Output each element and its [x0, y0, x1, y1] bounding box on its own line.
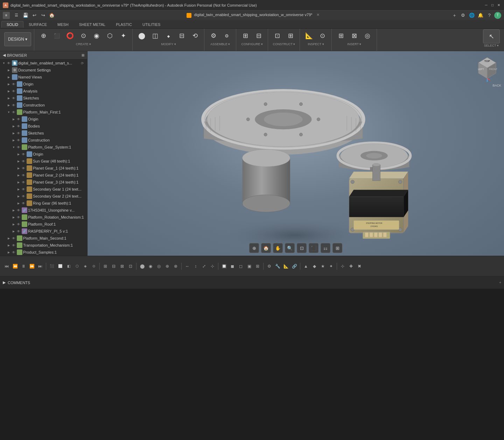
- status-icon-11[interactable]: ⊙: [90, 262, 98, 270]
- arrow-17[interactable]: [16, 186, 21, 193]
- eye-sketches[interactable]: 👁: [11, 96, 16, 101]
- status-icon-20[interactable]: ⊗: [172, 262, 180, 270]
- status-icon-27[interactable]: ◻: [237, 262, 245, 270]
- arrow-26[interactable]: [6, 249, 11, 256]
- tree-item-secondary-gear-2[interactable]: 👁 Secondary Gear 2 (24 teet...: [0, 193, 87, 200]
- browser-content[interactable]: 👁 📄 digital_twin_enabled_smart_s... ⟳ ⚙ …: [0, 60, 87, 256]
- status-icon-39[interactable]: ✚: [347, 262, 355, 270]
- notifications-bell[interactable]: 🔔: [477, 12, 484, 19]
- tree-item-bodies[interactable]: 👁 Bodies: [0, 123, 87, 130]
- window-controls[interactable]: ─ □ ✕: [484, 3, 501, 8]
- eye-secondary-gear-1[interactable]: 👁: [21, 187, 26, 192]
- status-icon-15[interactable]: ⊡: [127, 262, 134, 270]
- configure-button[interactable]: ⊞: [239, 29, 252, 42]
- tree-item-stepper-motor[interactable]: 👁 🔗 17HS3401_Usongshine v...: [0, 207, 87, 214]
- tree-item-gear-system[interactable]: 👁 Platform_Gear_System:1: [0, 144, 87, 151]
- measure-button[interactable]: 📐: [303, 29, 315, 42]
- hamburger-menu[interactable]: ☰: [13, 12, 20, 18]
- loft-button[interactable]: ◉: [90, 29, 103, 42]
- status-icon-12[interactable]: ⊞: [102, 262, 109, 270]
- plane-button[interactable]: ⊡: [271, 29, 284, 42]
- status-icon-6[interactable]: ⬛: [48, 262, 56, 270]
- extrude-button[interactable]: ⬛: [50, 29, 63, 42]
- minimize-button[interactable]: ─: [484, 3, 489, 8]
- eye-rotation-mechanism[interactable]: 👁: [16, 215, 21, 220]
- home-button[interactable]: 🏠: [48, 12, 56, 19]
- scale-button[interactable]: ⟲: [189, 29, 201, 42]
- status-icon-17[interactable]: ◉: [147, 262, 154, 270]
- help-button[interactable]: ?: [485, 12, 493, 19]
- display-settings-button[interactable]: ⬛: [309, 243, 318, 253]
- status-icon-30[interactable]: ⚙: [265, 262, 273, 270]
- account-icon[interactable]: T: [494, 12, 501, 19]
- eye-platform-main-second[interactable]: 👁: [11, 236, 16, 241]
- online-button[interactable]: 🌐: [468, 12, 476, 19]
- eye-origin-2[interactable]: 👁: [16, 117, 21, 122]
- arrow-11[interactable]: [11, 144, 16, 151]
- eye-bodies[interactable]: 👁: [16, 124, 21, 129]
- arrow-23[interactable]: [11, 228, 16, 235]
- tree-item-transport-mechanism[interactable]: 👁 Transportation_Mechanism:1: [0, 242, 87, 249]
- tree-item-analysis[interactable]: 👁 Analysis: [0, 88, 87, 95]
- eye-transport-mechanism[interactable]: 👁: [11, 243, 16, 248]
- tab-sheet-metal[interactable]: SHEET METAL: [74, 21, 111, 28]
- arrow-20[interactable]: [11, 207, 16, 214]
- revolve-button[interactable]: ⭕: [64, 29, 76, 42]
- tree-item-origin[interactable]: 👁 Origin: [0, 81, 87, 88]
- arrow-14[interactable]: [16, 165, 21, 172]
- tree-item-platform-roof[interactable]: 👁 Platform_Roof:1: [0, 221, 87, 228]
- status-icon-29[interactable]: ⊞: [254, 262, 261, 270]
- insert-button[interactable]: ⊞: [335, 29, 347, 42]
- browser-expand-icon[interactable]: ⊞: [82, 53, 84, 57]
- eye-ring-gear[interactable]: 👁: [21, 201, 26, 206]
- eye-sun-gear[interactable]: 👁: [21, 159, 26, 164]
- home-view-button[interactable]: 🏠: [261, 243, 271, 253]
- comments-add-button[interactable]: +: [499, 281, 501, 284]
- eye-planet-gear-1[interactable]: 👁: [21, 166, 26, 171]
- tree-item-sun-gear[interactable]: 👁 Sun Gear (48 teeth):1: [0, 158, 87, 165]
- tab-plastic[interactable]: PLASTIC: [111, 21, 137, 28]
- motion-button[interactable]: ⚙: [220, 29, 233, 42]
- extensions-button[interactable]: ⚙: [459, 12, 467, 19]
- tree-item-origin-3[interactable]: 👁 Origin: [0, 151, 87, 158]
- status-icon-8[interactable]: ◧: [65, 262, 72, 270]
- eye-stepper-motor[interactable]: 👁: [16, 208, 21, 213]
- arrow-16[interactable]: [16, 179, 21, 186]
- tree-item-rotation-mechanism[interactable]: 👁 Platform_Rotation_Mechanism:1: [0, 214, 87, 221]
- tree-item-secondary-gear-1[interactable]: 👁 Secondary Gear 1 (24 teet...: [0, 186, 87, 193]
- status-icon-16[interactable]: ⬤: [138, 262, 146, 270]
- tree-item-document-settings[interactable]: ⚙ Document Settings: [0, 67, 87, 74]
- arrow-4[interactable]: [6, 95, 11, 102]
- tree-item-planet-gear-1[interactable]: 👁 Planet Gear_1 (24 teeth):1: [0, 165, 87, 172]
- arrow-7[interactable]: [11, 116, 16, 123]
- status-icon-3[interactable]: ⏸: [20, 262, 27, 270]
- status-icon-19[interactable]: ⊕: [163, 262, 171, 270]
- 3d-viewport[interactable]: STEPPING MOTOR 17HS3401: [88, 51, 504, 256]
- fit-all-button[interactable]: ⊡: [297, 243, 307, 253]
- arrow-6[interactable]: [6, 109, 11, 116]
- tree-item-named-views[interactable]: Named Views: [0, 74, 87, 81]
- status-icon-33[interactable]: 🔗: [290, 262, 298, 270]
- eye-planet-gear-3[interactable]: 👁: [21, 180, 26, 185]
- comments-expand-arrow[interactable]: ▶: [3, 280, 6, 285]
- root-arrow[interactable]: [1, 60, 6, 67]
- new-component-button[interactable]: ⊕: [37, 29, 50, 42]
- status-icon-9[interactable]: ⬡: [73, 262, 81, 270]
- arrow-9[interactable]: [11, 130, 16, 137]
- eye-raspberry-pi[interactable]: 👁: [16, 229, 21, 234]
- status-icon-23[interactable]: ⤢: [200, 262, 208, 270]
- tree-item-construction-2[interactable]: 👁 Construction: [0, 137, 87, 144]
- eye-origin-3[interactable]: 👁: [21, 152, 26, 157]
- axis-button[interactable]: ⊞: [284, 29, 297, 42]
- status-icon-4[interactable]: ⏩: [28, 262, 36, 270]
- view-cube[interactable]: TOP LEFT FRONT BACK: [473, 54, 501, 82]
- tree-item-origin-2[interactable]: 👁 Origin: [0, 116, 87, 123]
- status-icon-31[interactable]: 🔧: [274, 262, 281, 270]
- status-icon-21[interactable]: ↔: [183, 262, 191, 270]
- status-icon-28[interactable]: ▣: [245, 262, 253, 270]
- section-button[interactable]: ⊙: [316, 29, 329, 42]
- tree-item-construction-root[interactable]: 👁 Construction: [0, 102, 87, 109]
- status-icon-18[interactable]: ◎: [155, 262, 163, 270]
- tree-item-product-samples[interactable]: 👁 Product_Samples:1: [0, 249, 87, 256]
- status-icon-24[interactable]: ⊹: [209, 262, 216, 270]
